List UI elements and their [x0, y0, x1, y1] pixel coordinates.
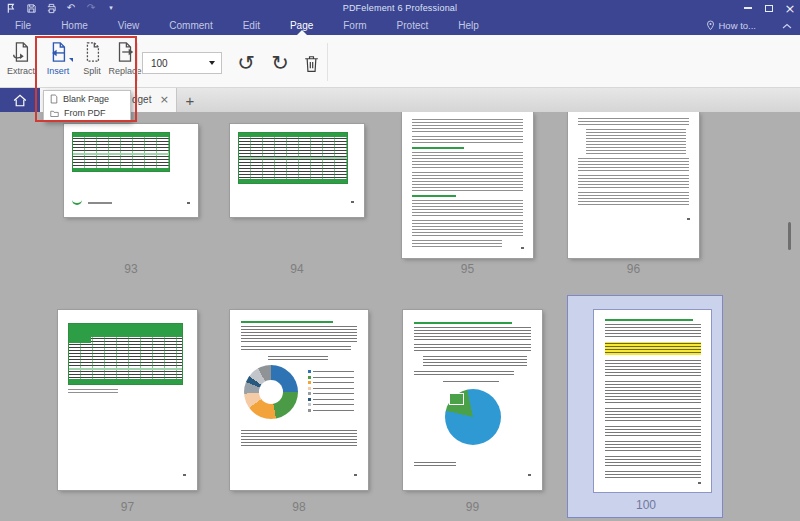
menu-edit[interactable]: Edit: [228, 16, 275, 35]
rotate-right-icon: ↻: [271, 53, 289, 74]
text-lines: [68, 389, 118, 394]
selected-page-container: 100: [567, 295, 723, 518]
text-lines: [605, 360, 701, 377]
text-lines: [605, 408, 701, 422]
rotate-right-button[interactable]: ↻: [266, 49, 294, 77]
extract-label: Extract: [7, 66, 35, 76]
chart-title-lines: [443, 381, 499, 383]
customize-toolbar-icon[interactable]: ▾: [104, 1, 118, 15]
folder-icon: [50, 109, 59, 118]
pdfelement-window: ↶ ↷ ▾ PDFelement 6 Professional File Hom…: [0, 0, 800, 521]
page-number-label: 94: [230, 262, 364, 276]
collapse-ribbon-icon[interactable]: [782, 23, 792, 29]
page-number-label: 95: [402, 262, 533, 276]
ribbon-separator: [137, 43, 138, 81]
split-icon: [81, 40, 103, 64]
menu-comment[interactable]: Comment: [154, 16, 227, 35]
window-controls: [742, 0, 796, 16]
app-logo-icon[interactable]: [4, 1, 18, 15]
print-icon[interactable]: [44, 1, 58, 15]
text-lines: [605, 381, 701, 404]
extract-pages-button[interactable]: Extract: [4, 40, 38, 84]
green-heading: [412, 195, 456, 197]
delete-pages-button[interactable]: [297, 49, 325, 77]
page-ribbon: Extract Insert Split Replace ↺: [0, 35, 800, 88]
menu-page[interactable]: Page: [275, 16, 328, 35]
undo-icon[interactable]: ↶: [64, 1, 78, 15]
thumbnail-page-97[interactable]: [58, 310, 197, 490]
menubar-right: How to...: [706, 20, 800, 31]
text-lines: [412, 136, 523, 144]
new-tab-button[interactable]: +: [181, 90, 199, 110]
bullet-lines: [423, 356, 527, 367]
document-tab-label: dget: [132, 94, 151, 105]
thumbnail-page-96[interactable]: [568, 112, 699, 258]
minimize-button[interactable]: [742, 2, 754, 14]
replace-pages-button[interactable]: Replace: [106, 40, 144, 84]
home-view-button[interactable]: [0, 88, 40, 112]
text-lines: [412, 200, 523, 217]
text-lines: [412, 172, 523, 192]
trash-icon: [302, 53, 321, 74]
location-pin-icon: [706, 20, 715, 31]
doc-footer-line: [88, 202, 112, 204]
menu-protect[interactable]: Protect: [382, 16, 444, 35]
insert-icon: [47, 40, 69, 64]
green-table-graphic: [72, 132, 170, 172]
page-number-mark: [528, 474, 531, 476]
page-number-input[interactable]: [143, 58, 201, 69]
thumbnail-page-95[interactable]: [402, 112, 533, 258]
split-document-button[interactable]: Split: [77, 40, 107, 84]
menu-item-blank-page[interactable]: Blank Page: [44, 92, 130, 106]
chart-title-lines: [268, 356, 328, 360]
page-number-mark: [351, 201, 354, 203]
thumbnail-page-93[interactable]: [64, 124, 198, 217]
title-bar: ↶ ↷ ▾ PDFelement 6 Professional: [0, 0, 800, 16]
tab-close-icon[interactable]: ×: [160, 93, 169, 106]
text-lines: [241, 326, 357, 343]
text-lines: [241, 430, 357, 447]
vertical-scrollbar-thumb[interactable]: [788, 222, 791, 250]
thumbnail-page-98[interactable]: [230, 310, 368, 490]
rotate-left-button[interactable]: ↺: [232, 49, 260, 77]
text-lines: [412, 119, 523, 133]
rotate-left-icon: ↺: [237, 53, 255, 74]
menu-view[interactable]: View: [103, 16, 155, 35]
menu-item-from-pdf[interactable]: From PDF: [44, 106, 130, 120]
menu-file[interactable]: File: [0, 16, 46, 35]
thumbnail-page-100[interactable]: [594, 310, 711, 492]
menu-home[interactable]: Home: [46, 16, 103, 35]
menu-form[interactable]: Form: [328, 16, 381, 35]
pie-callout-graphic: [449, 393, 464, 405]
text-lines: [605, 456, 701, 467]
page-number-mark: [687, 218, 690, 220]
text-lines: [241, 346, 351, 351]
save-icon[interactable]: [24, 1, 38, 15]
text-lines: [412, 240, 502, 248]
close-button[interactable]: [784, 2, 796, 14]
how-to-button[interactable]: How to...: [706, 20, 757, 31]
text-lines: [605, 324, 701, 338]
page-number-label: 100: [568, 498, 724, 512]
green-heading: [241, 321, 333, 323]
menu-help[interactable]: Help: [443, 16, 494, 35]
thumbnail-page-94[interactable]: [230, 124, 364, 217]
chart-legend-graphic: [308, 370, 354, 412]
green-heading: [414, 322, 512, 324]
window-title: PDFelement 6 Professional: [0, 3, 800, 13]
maximize-button[interactable]: [763, 2, 775, 14]
text-lines: [578, 158, 689, 172]
text-lines: [578, 118, 689, 126]
how-to-label: How to...: [719, 20, 757, 31]
blank-page-icon: [50, 94, 58, 104]
combo-dropdown-icon[interactable]: [209, 61, 215, 65]
text-lines: [605, 471, 701, 479]
insert-pages-button[interactable]: Insert: [41, 40, 75, 84]
extract-icon: [10, 40, 32, 64]
redo-icon[interactable]: ↷: [84, 1, 98, 15]
quick-access-toolbar: ↶ ↷ ▾: [0, 0, 118, 16]
replace-icon: [114, 40, 136, 64]
thumbnail-page-99[interactable]: [403, 310, 542, 490]
ribbon-separator: [327, 43, 328, 81]
green-table-graphic: [68, 323, 183, 385]
